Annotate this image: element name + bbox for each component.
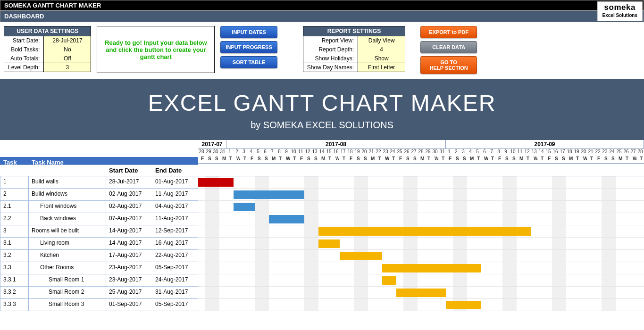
day-number: 14 <box>318 149 326 154</box>
report-setting-row: Report View:Daily View <box>303 36 405 45</box>
day-number: 18 <box>566 149 573 154</box>
action-buttons: INPUT DATES INPUT PROGRESS SORT TABLE <box>220 26 277 68</box>
export-pdf-button[interactable]: EXPORT to PDF <box>420 26 477 38</box>
gantt-bar[interactable] <box>234 190 304 199</box>
setting-value[interactable]: 3 <box>44 63 91 72</box>
day-letter: S <box>552 154 559 163</box>
day-number: 22 <box>594 149 602 154</box>
day-number: 6 <box>262 149 269 154</box>
day-number: 19 <box>354 149 361 154</box>
setting-label: Show Holidays: <box>303 54 358 63</box>
task-name: Living room <box>28 238 106 249</box>
day-number: 27 <box>630 149 637 154</box>
report-settings-title: REPORT SETTINGS <box>303 26 405 36</box>
setting-value[interactable]: No <box>44 45 91 54</box>
task-end: 16-Aug-2017 <box>152 238 198 249</box>
day-letter: S <box>354 154 361 163</box>
task-name: Rooms will be built <box>28 225 106 237</box>
day-number: 28 <box>418 149 425 154</box>
day-number: 29 <box>205 149 212 154</box>
setting-value[interactable]: 4 <box>358 45 405 54</box>
day-number: 9 <box>502 149 510 154</box>
day-letter: T <box>524 154 531 163</box>
control-panel: USER DATA SETTINGS Start Date:28-Jul-201… <box>0 22 644 79</box>
day-letter: M <box>467 154 474 163</box>
setting-value[interactable]: First Letter <box>358 63 405 72</box>
day-letter: T <box>226 154 234 163</box>
setting-value[interactable]: 28-Jul-2017 <box>44 36 91 45</box>
day-letter: F <box>594 154 602 163</box>
input-progress-button[interactable]: INPUT PROGRESS <box>220 41 277 53</box>
day-number: 1 <box>226 149 234 154</box>
gantt-bar[interactable] <box>318 227 531 236</box>
gantt-bar[interactable] <box>382 264 481 272</box>
day-letter: F <box>248 154 255 163</box>
day-letter: S <box>609 154 616 163</box>
day-letter: S <box>410 154 418 163</box>
sort-table-button[interactable]: SORT TABLE <box>220 56 277 68</box>
month-cell: 2017-09 <box>446 140 644 148</box>
task-no: 2.1 <box>0 201 28 213</box>
day-letter: F <box>446 154 453 163</box>
task-start: 01-Sep-2017 <box>106 299 152 311</box>
day-number: 11 <box>297 149 304 154</box>
day-number: 15 <box>545 149 552 154</box>
day-letter: T <box>241 154 248 163</box>
gantt-bar[interactable] <box>318 239 340 248</box>
logo-name: someka <box>604 3 636 12</box>
setting-value[interactable]: Daily View <box>358 36 405 45</box>
task-end: 11-Aug-2017 <box>152 213 198 225</box>
day-letter: T <box>389 154 396 163</box>
user-setting-row: Start Date:28-Jul-2017 <box>4 36 91 45</box>
gantt-bar[interactable] <box>382 276 396 285</box>
task-no: 2.2 <box>0 213 28 225</box>
day-number: 25 <box>396 149 403 154</box>
day-letter: S <box>559 154 566 163</box>
task-name: Build walls <box>28 176 106 188</box>
gantt-bar[interactable] <box>269 215 304 223</box>
user-settings-title: USER DATA SETTINGS <box>4 26 91 36</box>
gantt-bar[interactable] <box>234 203 255 211</box>
gantt-bar[interactable] <box>396 289 446 297</box>
gantt-bar[interactable] <box>446 301 481 309</box>
task-timeline <box>198 213 644 225</box>
day-number: 31 <box>439 149 446 154</box>
day-letter: S <box>453 154 460 163</box>
day-number: 3 <box>460 149 467 154</box>
task-start: 02-Aug-2017 <box>106 189 152 200</box>
user-settings-table: USER DATA SETTINGS Start Date:28-Jul-201… <box>4 26 91 72</box>
day-number: 15 <box>326 149 333 154</box>
day-number: 4 <box>467 149 474 154</box>
report-settings-table: REPORT SETTINGS Report View:Daily ViewRe… <box>303 26 405 72</box>
day-letter: W <box>382 154 389 163</box>
gantt-body: 1 Build walls 28-Jul-2017 01-Aug-2017 2 … <box>0 176 644 311</box>
report-setting-row: Report Depth:4 <box>303 45 405 54</box>
task-row: 2 Build windows 02-Aug-2017 11-Aug-2017 <box>0 189 644 201</box>
clear-data-button[interactable]: CLEAR DATA <box>420 41 477 53</box>
help-section-button[interactable]: GO TO HELP SECTION <box>420 56 477 74</box>
setting-value[interactable]: Off <box>44 54 91 63</box>
gantt-bar[interactable] <box>340 252 382 260</box>
gantt-bar[interactable] <box>198 178 234 187</box>
day-number: 23 <box>602 149 609 154</box>
day-letter: M <box>616 154 623 163</box>
day-letter: M <box>219 154 226 163</box>
task-timeline <box>198 189 644 201</box>
task-no: 3.3.2 <box>0 287 28 298</box>
day-letter: T <box>375 154 382 163</box>
day-number: 16 <box>333 149 340 154</box>
day-letter: F <box>198 154 205 163</box>
day-number: 2 <box>453 149 460 154</box>
task-timeline <box>198 238 644 250</box>
day-letter: T <box>439 154 446 163</box>
day-number: 16 <box>552 149 559 154</box>
day-letter: W <box>630 154 637 163</box>
day-letter: M <box>418 154 425 163</box>
setting-value[interactable]: Show <box>358 54 405 63</box>
task-no: 3 <box>0 225 28 237</box>
task-start: 07-Aug-2017 <box>106 213 152 225</box>
input-dates-button[interactable]: INPUT DATES <box>220 26 277 38</box>
day-letter: S <box>262 154 269 163</box>
day-number: 7 <box>488 149 495 154</box>
banner-subtitle: by SOMEKA EXCEL SOLUTIONS <box>0 120 644 131</box>
